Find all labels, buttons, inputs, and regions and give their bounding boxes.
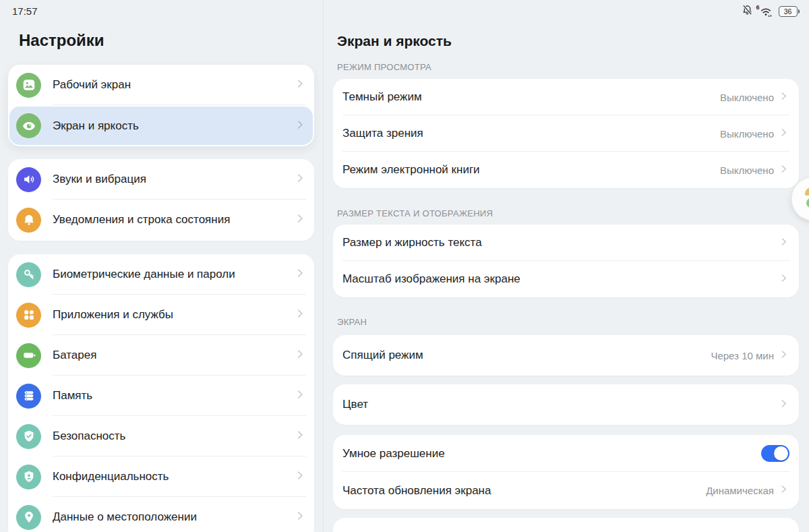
row-ebook-mode[interactable]: Режим электронной книги Выключено bbox=[333, 152, 799, 188]
chevron-right-icon bbox=[294, 78, 306, 92]
row-value: Выключено bbox=[720, 165, 774, 176]
chevron-right-icon bbox=[778, 127, 789, 141]
chevron-right-icon bbox=[778, 90, 789, 105]
row-label: Частота обновления экрана bbox=[342, 484, 491, 498]
sidebar-item-label: Рабочий экран bbox=[53, 78, 131, 92]
sidebar-item-privacy[interactable]: Конфиденциальность bbox=[8, 456, 314, 497]
section-label-view-mode: РЕЖИМ ПРОСМОТРА bbox=[337, 62, 431, 72]
row-value: Динамическая bbox=[706, 485, 774, 496]
sidebar-item-label: Батарея bbox=[53, 349, 96, 362]
row-label: Темный режим bbox=[342, 90, 422, 104]
eye-icon bbox=[16, 113, 41, 138]
row-label: Цвет bbox=[342, 398, 368, 411]
panel-title: Экран и яркость bbox=[337, 33, 452, 49]
location-pin-icon bbox=[16, 505, 41, 530]
chevron-right-icon bbox=[294, 212, 306, 227]
sidebar-item-label: Приложения и службы bbox=[53, 308, 173, 322]
chevron-right-icon bbox=[294, 429, 306, 444]
row-label: Масштаб изображения на экране bbox=[342, 272, 520, 286]
card-color: Цвет bbox=[333, 384, 799, 425]
chevron-right-icon bbox=[778, 163, 789, 177]
row-refresh-rate[interactable]: Частота обновления экрана Динамическая bbox=[333, 472, 799, 509]
chevron-right-icon bbox=[778, 349, 789, 363]
sidebar-item-label: Звуки и вибрация bbox=[53, 173, 146, 186]
battery-icon bbox=[16, 343, 41, 368]
shield-person-icon bbox=[16, 465, 41, 490]
sidebar-group-sound: Звуки и вибрация Уведомления и строка со… bbox=[8, 159, 314, 241]
sidebar-group-display: Рабочий экран Экран и яркость bbox=[8, 65, 314, 146]
card-resolution: Умное разрешение Частота обновления экра… bbox=[333, 435, 799, 509]
chevron-right-icon bbox=[778, 272, 789, 287]
card-text-size: Размер и жирность текста Масштаб изображ… bbox=[333, 225, 799, 297]
row-dark-mode[interactable]: Темный режим Выключено bbox=[333, 79, 799, 115]
row-label: Спящий режим bbox=[342, 349, 423, 362]
sidebar-item-display-brightness[interactable]: Экран и яркость bbox=[9, 107, 313, 145]
chevron-right-icon bbox=[294, 267, 306, 282]
key-icon bbox=[16, 262, 41, 287]
chevron-right-icon bbox=[294, 119, 306, 134]
dock-app-icon-2 bbox=[806, 198, 809, 208]
row-value: Через 10 мин bbox=[711, 350, 774, 361]
section-label-screen: ЭКРАН bbox=[337, 317, 367, 327]
card-next-partial bbox=[333, 518, 799, 532]
sidebar-item-security[interactable]: Безопасность bbox=[8, 416, 314, 456]
sidebar-item-location[interactable]: Данные о местоположении bbox=[8, 497, 314, 532]
row-text-size-weight[interactable]: Размер и жирность текста bbox=[333, 225, 799, 261]
sidebar-group-system: Биометрические данные и пароли Приложени… bbox=[8, 254, 314, 532]
divider bbox=[53, 105, 306, 105]
row-color[interactable]: Цвет bbox=[333, 384, 799, 425]
row-label: Размер и жирность текста bbox=[342, 236, 482, 249]
chevron-right-icon bbox=[294, 510, 306, 525]
chevron-right-icon bbox=[294, 172, 306, 187]
chevron-right-icon bbox=[294, 388, 306, 403]
row-smart-resolution[interactable]: Умное разрешение bbox=[333, 435, 799, 472]
apps-grid-icon bbox=[16, 303, 41, 328]
shield-check-icon bbox=[16, 424, 41, 449]
row-eye-comfort[interactable]: Защита зрения Выключено bbox=[333, 115, 799, 152]
sidebar-item-notifications[interactable]: Уведомления и строка состояния bbox=[8, 200, 314, 240]
toggle-knob bbox=[774, 446, 788, 461]
sidebar-item-label: Экран и яркость bbox=[53, 119, 139, 133]
storage-icon bbox=[16, 384, 41, 409]
chevron-right-icon bbox=[294, 469, 306, 484]
speaker-icon bbox=[16, 167, 41, 192]
row-label: Режим электронной книги bbox=[342, 163, 480, 177]
chevron-right-icon bbox=[778, 236, 789, 250]
sidebar-item-label: Данные о местоположении bbox=[53, 510, 197, 524]
chevron-right-icon bbox=[778, 483, 789, 498]
card-sleep: Спящий режим Через 10 мин bbox=[333, 335, 799, 376]
page-title: Настройки bbox=[19, 31, 104, 50]
settings-sidebar: Настройки Рабочий экран Экран и яркость bbox=[0, 0, 324, 532]
row-sleep[interactable]: Спящий режим Через 10 мин bbox=[333, 335, 799, 376]
image-icon bbox=[16, 73, 41, 98]
smart-resolution-toggle[interactable] bbox=[761, 445, 789, 462]
chevron-right-icon bbox=[778, 398, 789, 412]
row-value: Выключено bbox=[720, 128, 774, 140]
sidebar-item-label: Безопасность bbox=[53, 430, 125, 443]
row-display-scale[interactable]: Масштаб изображения на экране bbox=[333, 261, 799, 297]
sidebar-item-label: Конфиденциальность bbox=[53, 470, 169, 483]
sidebar-item-label: Память bbox=[53, 389, 92, 403]
dock-app-icon bbox=[805, 187, 809, 196]
sidebar-item-apps-services[interactable]: Приложения и службы bbox=[8, 295, 314, 335]
row-value: Выключено bbox=[720, 92, 774, 103]
sidebar-item-sound-vibration[interactable]: Звуки и вибрация bbox=[8, 159, 314, 200]
sidebar-item-battery[interactable]: Батарея bbox=[8, 335, 314, 376]
sidebar-item-home-screen[interactable]: Рабочий экран bbox=[8, 65, 314, 105]
sidebar-item-label: Биометрические данные и пароли bbox=[53, 268, 235, 281]
card-view-mode: Темный режим Выключено Защита зрения Вык… bbox=[333, 79, 799, 188]
bell-icon bbox=[16, 208, 41, 233]
chevron-right-icon bbox=[294, 307, 306, 322]
row-label: Умное разрешение bbox=[342, 447, 445, 461]
sidebar-item-label: Уведомления и строка состояния bbox=[53, 213, 230, 227]
section-label-text-size: РАЗМЕР ТЕКСТА И ОТОБРАЖЕНИЯ bbox=[337, 208, 493, 218]
sidebar-item-biometrics-passwords[interactable]: Биометрические данные и пароли bbox=[8, 254, 314, 295]
chevron-right-icon bbox=[294, 348, 306, 363]
row-label: Защита зрения bbox=[342, 127, 423, 140]
display-brightness-panel: Экран и яркость РЕЖИМ ПРОСМОТРА Темный р… bbox=[324, 0, 809, 532]
sidebar-item-storage[interactable]: Память bbox=[8, 376, 314, 416]
